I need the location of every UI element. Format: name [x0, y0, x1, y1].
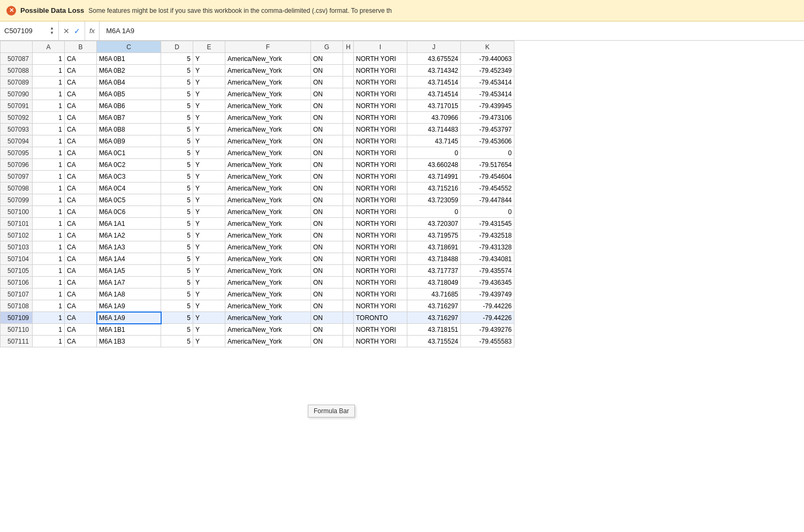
col-d-cell[interactable]: 5	[161, 324, 193, 336]
col-c-cell[interactable]: M6A 0B7	[97, 112, 161, 124]
col-j-cell[interactable]: 43.719575	[407, 230, 461, 241]
col-e-cell[interactable]: Y	[193, 88, 225, 100]
col-e-cell[interactable]: Y	[193, 65, 225, 77]
col-c-cell[interactable]: M6A 1A4	[97, 253, 161, 265]
col-header-d[interactable]: D	[161, 41, 193, 53]
col-f-cell[interactable]: America/New_York	[225, 336, 311, 347]
col-header-k[interactable]: K	[461, 41, 514, 53]
col-k-cell[interactable]: 0	[461, 147, 514, 159]
col-b-cell[interactable]: CA	[65, 194, 97, 206]
cell-ref-arrows[interactable]: ▲ ▼	[50, 26, 54, 35]
col-i-cell[interactable]: NORTH YORI	[354, 77, 407, 88]
col-k-cell[interactable]: -79.439749	[461, 288, 514, 300]
col-f-cell[interactable]: America/New_York	[225, 277, 311, 288]
col-a-cell[interactable]: 1	[33, 112, 65, 124]
col-b-cell[interactable]: CA	[65, 206, 97, 218]
row-number[interactable]: 507106	[1, 277, 33, 288]
col-a-cell[interactable]: 1	[33, 147, 65, 159]
col-d-cell[interactable]: 5	[161, 312, 193, 324]
col-k-cell[interactable]: -79.434081	[461, 253, 514, 265]
col-i-cell[interactable]: NORTH YORI	[354, 336, 407, 347]
col-a-cell[interactable]: 1	[33, 312, 65, 324]
col-h-cell[interactable]	[343, 171, 354, 183]
col-j-cell[interactable]: 43.718488	[407, 253, 461, 265]
col-j-cell[interactable]: 0	[407, 206, 461, 218]
col-i-cell[interactable]: NORTH YORI	[354, 53, 407, 65]
table-row[interactable]: 5070891CAM6A 0B45YAmerica/New_YorkONNORT…	[1, 77, 514, 88]
table-row[interactable]: 5071021CAM6A 1A25YAmerica/New_YorkONNORT…	[1, 230, 514, 241]
col-j-cell[interactable]: 43.7145	[407, 135, 461, 147]
col-d-cell[interactable]: 5	[161, 253, 193, 265]
col-i-cell[interactable]: NORTH YORI	[354, 300, 407, 312]
col-j-cell[interactable]: 43.714514	[407, 88, 461, 100]
col-d-cell[interactable]: 5	[161, 124, 193, 135]
table-row[interactable]: 5070981CAM6A 0C45YAmerica/New_YorkONNORT…	[1, 183, 514, 194]
row-number[interactable]: 507099	[1, 194, 33, 206]
col-e-cell[interactable]: Y	[193, 147, 225, 159]
col-k-cell[interactable]: -79.473106	[461, 112, 514, 124]
col-d-cell[interactable]: 5	[161, 53, 193, 65]
col-e-cell[interactable]: Y	[193, 183, 225, 194]
col-a-cell[interactable]: 1	[33, 124, 65, 135]
col-b-cell[interactable]: CA	[65, 265, 97, 277]
col-i-cell[interactable]: NORTH YORI	[354, 324, 407, 336]
col-c-cell[interactable]: M6A 1A5	[97, 265, 161, 277]
col-a-cell[interactable]: 1	[33, 253, 65, 265]
col-j-cell[interactable]: 43.675524	[407, 53, 461, 65]
table-row[interactable]: 5071111CAM6A 1B35YAmerica/New_YorkONNORT…	[1, 336, 514, 347]
col-i-cell[interactable]: NORTH YORI	[354, 194, 407, 206]
table-row[interactable]: 5071041CAM6A 1A45YAmerica/New_YorkONNORT…	[1, 253, 514, 265]
col-h-cell[interactable]	[343, 100, 354, 112]
col-k-cell[interactable]: -79.439945	[461, 100, 514, 112]
col-f-cell[interactable]: America/New_York	[225, 241, 311, 253]
col-g-cell[interactable]: ON	[311, 324, 343, 336]
col-i-cell[interactable]: NORTH YORI	[354, 88, 407, 100]
col-a-cell[interactable]: 1	[33, 135, 65, 147]
col-d-cell[interactable]: 5	[161, 241, 193, 253]
col-i-cell[interactable]: NORTH YORI	[354, 288, 407, 300]
col-j-cell[interactable]: 43.718151	[407, 324, 461, 336]
col-k-cell[interactable]: -79.453414	[461, 77, 514, 88]
table-row[interactable]: 5070921CAM6A 0B75YAmerica/New_YorkONNORT…	[1, 112, 514, 124]
col-b-cell[interactable]: CA	[65, 230, 97, 241]
col-d-cell[interactable]: 5	[161, 77, 193, 88]
col-g-cell[interactable]: ON	[311, 265, 343, 277]
col-a-cell[interactable]: 1	[33, 183, 65, 194]
col-e-cell[interactable]: Y	[193, 206, 225, 218]
row-number[interactable]: 507094	[1, 135, 33, 147]
col-f-cell[interactable]: America/New_York	[225, 183, 311, 194]
col-d-cell[interactable]: 5	[161, 206, 193, 218]
row-number[interactable]: 507104	[1, 253, 33, 265]
col-f-cell[interactable]: America/New_York	[225, 206, 311, 218]
col-g-cell[interactable]: ON	[311, 288, 343, 300]
table-row[interactable]: 5070991CAM6A 0C55YAmerica/New_YorkONNORT…	[1, 194, 514, 206]
col-d-cell[interactable]: 5	[161, 288, 193, 300]
col-c-cell[interactable]: M6A 0C4	[97, 183, 161, 194]
col-e-cell[interactable]: Y	[193, 159, 225, 171]
col-d-cell[interactable]: 5	[161, 112, 193, 124]
col-header-j[interactable]: J	[407, 41, 461, 53]
col-b-cell[interactable]: CA	[65, 65, 97, 77]
col-b-cell[interactable]: CA	[65, 312, 97, 324]
cell-reference[interactable]: C507109 ▲ ▼	[0, 21, 59, 40]
col-a-cell[interactable]: 1	[33, 171, 65, 183]
spreadsheet-grid[interactable]: A B C D E F G H I J K 5070871CAM6A 0B15Y…	[0, 41, 804, 532]
col-g-cell[interactable]: ON	[311, 230, 343, 241]
col-a-cell[interactable]: 1	[33, 53, 65, 65]
col-k-cell[interactable]: -79.44226	[461, 312, 514, 324]
col-k-cell[interactable]: -79.454604	[461, 171, 514, 183]
cancel-icon[interactable]: ✕	[63, 27, 70, 35]
col-a-cell[interactable]: 1	[33, 265, 65, 277]
col-c-cell[interactable]: M6A 1A9	[97, 300, 161, 312]
col-k-cell[interactable]: 0	[461, 206, 514, 218]
table-row[interactable]: 5070911CAM6A 0B65YAmerica/New_YorkONNORT…	[1, 100, 514, 112]
col-i-cell[interactable]: NORTH YORI	[354, 241, 407, 253]
col-b-cell[interactable]: CA	[65, 88, 97, 100]
col-b-cell[interactable]: CA	[65, 277, 97, 288]
cell-ref-arrow-down[interactable]: ▼	[50, 31, 54, 35]
col-e-cell[interactable]: Y	[193, 288, 225, 300]
col-f-cell[interactable]: America/New_York	[225, 53, 311, 65]
col-a-cell[interactable]: 1	[33, 218, 65, 230]
col-k-cell[interactable]: -79.44226	[461, 300, 514, 312]
col-a-cell[interactable]: 1	[33, 100, 65, 112]
